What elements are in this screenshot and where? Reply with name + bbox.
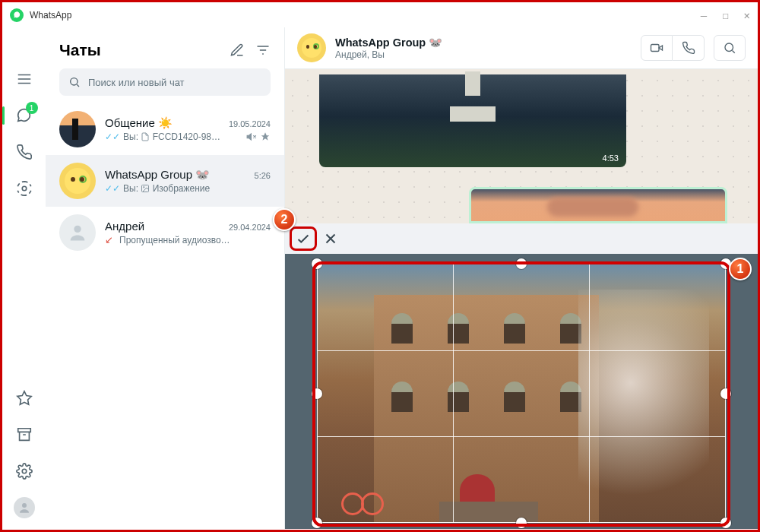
annotation-callout-2: 2 (273, 208, 296, 231)
read-checks-icon: ✓✓ (105, 131, 120, 142)
avatar (59, 163, 96, 199)
chat-row[interactable]: WhatsApp Group 🐭 5:26 ✓✓ Вы: Изображение (46, 155, 284, 207)
pinned-icon (260, 131, 271, 142)
avatar (59, 111, 96, 147)
minimize-button[interactable]: — (701, 9, 707, 21)
close-icon (322, 230, 339, 247)
window-controls: — ☐ ✕ (701, 9, 750, 21)
document-icon (141, 132, 150, 141)
chats-tab[interactable]: 1 (9, 100, 40, 131)
annotation-callout-1: 1 (729, 258, 752, 280)
chat-date: 5:26 (255, 171, 271, 180)
app-title: WhatsApp (30, 10, 71, 21)
preview-prefix: Вы: (123, 131, 138, 142)
svg-point-2 (22, 503, 27, 508)
conversation-subtitle: Андрей, Вы (335, 49, 442, 60)
crop-stage[interactable] (317, 264, 726, 523)
conversation-header: WhatsApp Group 🐭 Андрей, Вы (285, 27, 758, 69)
svg-point-6 (74, 226, 81, 233)
search-placeholder: Поиск или новый чат (88, 77, 185, 88)
preview-prefix: Вы: (123, 183, 138, 194)
crop-image (317, 264, 726, 523)
messages-area: 4:53 (285, 69, 758, 529)
chat-date: 29.04.2024 (229, 223, 271, 232)
settings-icon[interactable] (9, 456, 40, 486)
app-body: 1 Чаты (2, 27, 758, 529)
search-conversation-button[interactable] (714, 35, 746, 61)
menu-icon[interactable] (9, 64, 40, 94)
chat-list-title: Чаты (59, 41, 219, 59)
crop-handle-bl[interactable] (312, 518, 322, 528)
voice-call-button[interactable] (673, 35, 705, 61)
close-button[interactable]: ✕ (744, 9, 750, 21)
chat-list-header: Чаты (46, 27, 284, 68)
svg-point-5 (144, 187, 145, 188)
image-icon (141, 184, 150, 193)
crop-cancel-button[interactable] (317, 226, 344, 251)
crop-handle-l[interactable] (312, 388, 322, 399)
crop-handle-br[interactable] (720, 518, 731, 528)
crop-handle-t[interactable] (516, 258, 527, 269)
chat-list-panel: Чаты Поиск или новый чат Общение ☀️ 19.0 (46, 27, 285, 529)
crop-handle-r[interactable] (720, 388, 731, 399)
chat-preview: Вы: Изображение (123, 183, 271, 194)
chat-name: WhatsApp Group 🐭 (105, 168, 210, 182)
chat-date: 19.05.2024 (229, 119, 271, 128)
chat-preview: Пропущенный аудиозво… (119, 235, 271, 245)
chat-name: Андрей (105, 220, 144, 233)
conversation-panel: WhatsApp Group 🐭 Андрей, Вы 4:53 (285, 27, 758, 529)
video-call-button[interactable] (641, 35, 673, 61)
chat-row[interactable]: Андрей 29.04.2024 ↙ Пропущенный аудиозво… (46, 207, 284, 258)
svg-point-3 (71, 78, 78, 85)
svg-point-8 (725, 43, 733, 52)
muted-icon (246, 131, 257, 142)
nav-rail: 1 (2, 27, 46, 529)
search-input[interactable]: Поиск или новый чат (59, 68, 271, 96)
status-tab[interactable] (9, 173, 40, 204)
svg-point-0 (22, 186, 27, 191)
maximize-button[interactable]: ☐ (722, 9, 728, 21)
crop-handle-b[interactable] (516, 518, 527, 528)
archive-tab[interactable] (9, 420, 40, 450)
message-video-thumbnail[interactable]: 4:53 (319, 74, 626, 167)
new-chat-icon[interactable] (230, 43, 245, 58)
filter-icon[interactable] (255, 43, 271, 58)
window-titlebar: WhatsApp — ☐ ✕ (2, 2, 758, 27)
conversation-avatar[interactable] (297, 33, 326, 62)
calls-tab[interactable] (9, 137, 40, 167)
crop-handle-tl[interactable] (312, 258, 322, 269)
search-icon (68, 76, 81, 88)
video-duration: 4:53 (603, 154, 619, 163)
starred-tab[interactable] (9, 383, 40, 413)
check-icon (295, 230, 312, 247)
crop-confirm-button[interactable] (290, 226, 317, 251)
svg-rect-7 (651, 45, 660, 52)
avatar (59, 214, 96, 251)
read-checks-icon: ✓✓ (105, 183, 120, 194)
conversation-title: WhatsApp Group 🐭 (335, 36, 442, 49)
crop-toolbar (285, 223, 758, 254)
missed-call-icon: ↙ (105, 234, 113, 245)
chat-row[interactable]: Общение ☀️ 19.05.2024 ✓✓ Вы: FCCD1420-98… (46, 103, 284, 155)
chat-list: Общение ☀️ 19.05.2024 ✓✓ Вы: FCCD1420-98… (46, 103, 284, 529)
chat-preview: Вы: FCCD1420-98… (123, 131, 243, 142)
chat-name: Общение ☀️ (105, 116, 173, 130)
unread-badge: 1 (26, 102, 38, 114)
image-crop-editor: 1 (285, 223, 758, 529)
profile-avatar[interactable] (9, 492, 40, 523)
whatsapp-logo-icon (10, 8, 24, 22)
svg-point-1 (22, 469, 27, 473)
message-image-preview[interactable] (469, 187, 727, 223)
